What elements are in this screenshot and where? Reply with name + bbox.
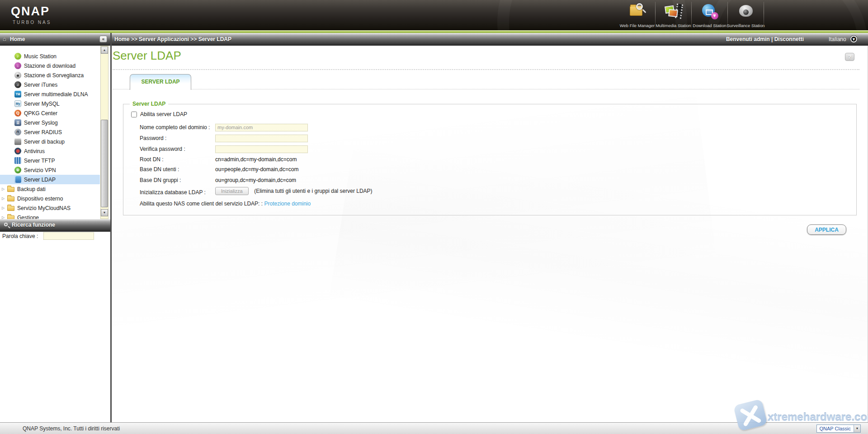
verify-password-label: Verifica password : [140,146,185,152]
mysql-icon: My [14,100,21,107]
sidebar-item-tftp[interactable]: Server TFTP [0,156,100,165]
initialize-note: (Elimina tutti gli utenti e i gruppi dal… [254,188,372,194]
scroll-down-icon[interactable]: ▼ [101,209,108,216]
search-icon [4,223,8,226]
chevron-down-icon: ▼ [854,425,860,432]
antivirus-icon [14,148,21,154]
expander-icon[interactable]: ▷ [2,206,6,210]
sidebar-item-stazione-download[interactable]: ↓ Stazione di download [0,61,100,70]
sidebar-item-dlna[interactable]: TM Server multimediale DLNA [0,89,100,99]
station-surveillance[interactable]: Surveillance Station [728,1,764,29]
station-web-file-manager[interactable]: Web File Manager [619,1,655,29]
station-download[interactable]: ▼ Download Station [692,1,727,29]
welcome-area: Benvenuti admin | Disconnetti [726,36,804,42]
expander-icon[interactable]: ▷ [2,187,6,191]
apply-button[interactable]: APPLICA [807,224,846,235]
station-multimedia[interactable]: Multimedia Station [656,1,691,29]
sidebar-item-backup-server[interactable]: Server di backup [0,137,100,146]
ldap-client-row: Abilita questo NAS come client del servi… [140,201,311,207]
sidebar-tree: ♪ Music Station ↓ Stazione di download S… [0,46,110,219]
enable-ldap-label: Abilita server LDAP [140,111,187,117]
language-selector[interactable]: Italiano ▼ [829,36,857,43]
folder-icon [7,206,14,211]
sidebar: ♪ Music Station ↓ Stazione di download S… [0,46,110,422]
syslog-icon: ≣ [14,119,21,126]
sidebar-item-itunes[interactable]: ♫ Server iTunes [0,80,100,89]
download-station-icon: ▼ [699,2,720,22]
music-station-icon: ♪ [14,53,21,60]
sidebar-title: Home [10,36,25,42]
copyright-text: QNAP Systems, Inc. Tutti i diritti riser… [23,425,120,432]
scrollbar-thumb[interactable] [101,120,108,207]
enable-ldap-checkbox[interactable] [131,112,137,117]
root-dn-label: Root DN : [140,156,164,163]
backup-server-icon [14,138,21,145]
sidebar-item-syslog[interactable]: ≣ Server Syslog [0,118,100,127]
scroll-up-icon[interactable]: ▲ [101,47,108,54]
apple-icon: ♫ [14,81,21,88]
tab-server-ldap[interactable]: SERVER LDAP [130,74,191,90]
password-input[interactable] [215,135,308,142]
folder-icon [7,187,14,192]
language-label: Italiano [829,36,846,42]
sidebar-item-music-station[interactable]: ♪ Music Station [0,51,100,61]
sidebar-folder-gestione[interactable]: ▷ Gestione [0,213,100,219]
theme-select[interactable]: QNAP Classic ▼ [816,425,861,433]
section-title: Server LDAP [130,101,168,107]
breadcrumb-bar: Home >> Server Applicazioni >> Server LD… [112,33,868,46]
dlna-icon: TM [14,91,21,98]
header-separator [764,2,764,28]
chevron-down-icon[interactable]: ▼ [850,36,857,42]
expander-icon[interactable]: ▷ [2,196,6,201]
sidebar-folder-backup-dati[interactable]: ▷ Backup dati [0,184,100,194]
verify-password-input[interactable] [215,145,308,153]
sidebar-collapse-button[interactable]: « [99,36,107,42]
base-dn-users-label: Base DN utenti : [140,166,179,173]
domain-label: Nome completo del dominio : [140,124,210,131]
radius-icon: R [14,129,21,135]
title-divider [113,69,859,70]
sidebar-folder-dispositivo-esterno[interactable]: ▷ Dispositivo esterno [0,194,100,203]
welcome-divider: | [771,36,773,42]
page-title: Server LDAP [113,49,181,63]
enable-ldap-row: Abilita server LDAP [131,111,187,117]
download-icon: ↓ [14,62,21,69]
qpkg-icon: Q [14,110,21,117]
sidebar-item-sorveglianza[interactable]: Stazione di Sorveglianza [0,70,100,80]
password-label: Password : [140,135,166,141]
initialize-button[interactable]: Inizializza [215,187,249,195]
logout-link[interactable]: Disconnetti [774,36,804,42]
sidebar-item-antivirus[interactable]: Antivirus [0,146,100,156]
sidebar-item-ldap-selected[interactable]: Server LDAP [0,175,100,184]
surveillance-station-icon [736,2,756,22]
base-dn-groups-label: Base DN gruppi : [140,177,181,183]
help-button[interactable]: ? [845,53,854,61]
expander-icon[interactable]: ▷ [2,215,6,219]
sidebar-folder-mycloudnas[interactable]: ▷ Servizio MyCloudNAS [0,203,100,213]
domain-input[interactable] [215,124,308,131]
qnap-logo-subtitle: TURBO NAS [13,20,51,25]
station-launcher-bar: Web File Manager Multimedia Station ▼ Do… [619,1,764,30]
vpn-icon: ⊕ [14,167,21,173]
base-dn-groups-value: ou=group,dc=my-domain,dc=com [215,177,296,183]
keyword-input[interactable] [43,232,94,240]
folder-icon [7,215,14,219]
web-file-manager-icon [627,2,648,22]
root-dn-value: cn=admin,dc=my-domain,dc=com [215,156,297,163]
camera-icon [14,72,21,79]
tftp-icon [14,157,21,164]
init-db-label: Inizializza database LDAP : [140,189,206,196]
domain-security-link[interactable]: Protezione dominio [264,201,311,207]
sidebar-item-radius[interactable]: R Server RADIUS [0,127,100,137]
ldap-client-label: Abilita questo NAS come client del servi… [140,201,263,207]
qnap-logo: QNAP [11,5,50,19]
sidebar-item-qpkg[interactable]: Q QPKG Center [0,108,100,118]
folder-icon [7,196,14,201]
sidebar-scrollbar[interactable]: ▲ ▼ [100,46,108,219]
tab-divider [113,89,859,89]
welcome-text: Benvenuti admin [726,36,770,42]
sidebar-item-mysql[interactable]: My Server MySQL [0,99,100,108]
base-dn-users-value: ou=people,dc=my-domain,dc=com [215,166,298,173]
app-header: QNAP TURBO NAS Web File Manager Multimed… [0,0,868,30]
sidebar-item-vpn[interactable]: ⊕ Servizio VPN [0,165,100,175]
